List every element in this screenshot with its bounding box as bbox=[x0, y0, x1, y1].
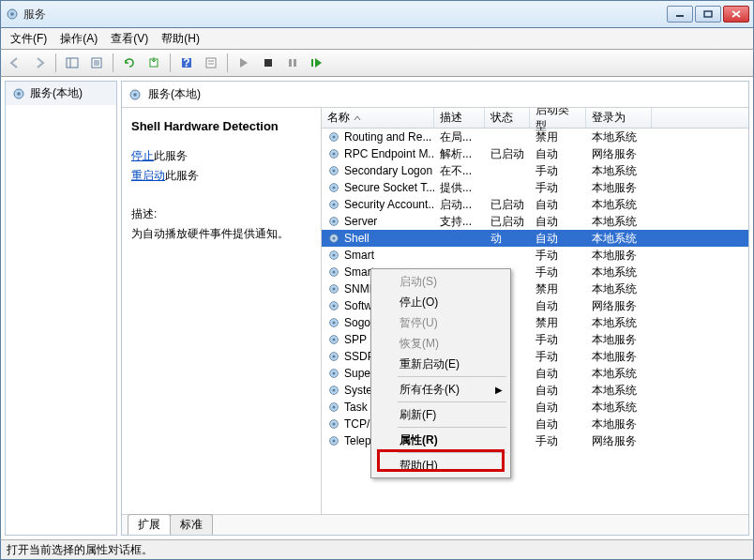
svg-rect-3 bbox=[704, 11, 712, 17]
col-startup-type[interactable]: 启动类型 bbox=[530, 108, 586, 128]
toolbar: ? bbox=[0, 49, 754, 77]
back-button[interactable] bbox=[5, 53, 25, 73]
ctx-stop[interactable]: 停止(O) bbox=[373, 292, 508, 312]
tree-pane: 服务(本地) bbox=[5, 81, 117, 536]
restart-link[interactable]: 重启动 bbox=[131, 169, 165, 182]
col-name[interactable]: 名称 bbox=[322, 108, 434, 128]
svg-point-29 bbox=[332, 152, 335, 155]
menu-help[interactable]: 帮助(H) bbox=[156, 29, 205, 49]
svg-point-55 bbox=[332, 371, 335, 374]
refresh-button[interactable] bbox=[119, 53, 140, 73]
menu-action[interactable]: 操作(A) bbox=[54, 29, 103, 49]
svg-point-1 bbox=[10, 12, 14, 16]
svg-text:?: ? bbox=[183, 56, 189, 69]
table-row[interactable]: RPC Endpoint M...解析...已启动自动网络服务 bbox=[322, 145, 748, 162]
col-description[interactable]: 描述 bbox=[434, 108, 485, 128]
gear-icon bbox=[11, 86, 26, 101]
ctx-refresh[interactable]: 刷新(F) bbox=[373, 404, 508, 425]
svg-point-45 bbox=[332, 287, 335, 290]
svg-point-53 bbox=[332, 355, 335, 357]
restart-service-button[interactable] bbox=[307, 53, 327, 73]
menu-bar: 文件(F) 操作(A) 查看(V) 帮助(H) bbox=[0, 28, 754, 49]
table-row[interactable]: Routing and Re...在局...禁用本地系统 bbox=[322, 129, 748, 145]
svg-point-47 bbox=[332, 304, 335, 307]
svg-point-23 bbox=[17, 92, 21, 96]
tab-standard[interactable]: 标准 bbox=[170, 514, 213, 535]
close-button[interactable] bbox=[723, 6, 749, 23]
context-menu: 启动(S) 停止(O) 暂停(U) 恢复(M) 重新启动(E) 所有任务(K)▶… bbox=[370, 268, 511, 478]
forward-button[interactable] bbox=[29, 53, 50, 73]
ctx-pause[interactable]: 暂停(U) bbox=[373, 312, 508, 333]
svg-rect-18 bbox=[264, 59, 272, 67]
pause-service-button[interactable] bbox=[282, 53, 303, 73]
ctx-restart[interactable]: 重新启动(E) bbox=[373, 354, 508, 374]
svg-point-61 bbox=[332, 422, 335, 425]
window-title: 服务 bbox=[23, 7, 667, 23]
table-row[interactable]: Secondary Logon在不...手动本地系统 bbox=[322, 162, 748, 179]
menu-file[interactable]: 文件(F) bbox=[5, 29, 53, 49]
svg-point-49 bbox=[332, 321, 335, 324]
svg-point-59 bbox=[332, 405, 335, 408]
table-row[interactable]: Smart手动本地服务 bbox=[322, 247, 748, 264]
view-tabs: 扩展 标准 bbox=[122, 514, 748, 535]
svg-point-41 bbox=[332, 253, 335, 256]
ctx-start[interactable]: 启动(S) bbox=[373, 271, 508, 292]
stop-link[interactable]: 停止 bbox=[131, 149, 154, 162]
export-list-button[interactable] bbox=[86, 53, 107, 73]
svg-point-37 bbox=[332, 219, 335, 222]
gear-icon bbox=[128, 87, 143, 102]
svg-point-33 bbox=[332, 186, 335, 189]
svg-rect-19 bbox=[289, 59, 292, 67]
svg-point-43 bbox=[332, 270, 335, 273]
help-button[interactable]: ? bbox=[176, 53, 197, 73]
maximize-button[interactable] bbox=[695, 6, 721, 23]
table-row[interactable]: Server支持...已启动自动本地系统 bbox=[322, 213, 748, 230]
stop-service-button[interactable] bbox=[258, 53, 279, 73]
tree-root-node[interactable]: 服务(本地) bbox=[6, 82, 116, 105]
menu-view[interactable]: 查看(V) bbox=[105, 29, 154, 49]
table-row[interactable]: Shell动自动本地系统 bbox=[322, 230, 748, 247]
app-icon bbox=[5, 7, 20, 22]
right-pane-header: 服务(本地) bbox=[122, 82, 748, 108]
svg-rect-6 bbox=[67, 58, 78, 68]
svg-rect-20 bbox=[294, 59, 296, 67]
right-pane-title: 服务(本地) bbox=[148, 86, 201, 102]
svg-point-35 bbox=[332, 203, 335, 205]
tab-extended[interactable]: 扩展 bbox=[128, 514, 171, 535]
col-logon-as[interactable]: 登录为 bbox=[586, 108, 652, 128]
properties-button[interactable] bbox=[201, 53, 221, 73]
svg-point-51 bbox=[332, 338, 335, 341]
ctx-properties[interactable]: 属性(R) bbox=[373, 430, 508, 450]
svg-point-63 bbox=[332, 439, 335, 442]
svg-rect-15 bbox=[206, 58, 216, 68]
status-text: 打开当前选择的属性对话框。 bbox=[7, 542, 153, 558]
ctx-resume[interactable]: 恢复(M) bbox=[373, 333, 508, 354]
description-label: 描述: bbox=[131, 206, 311, 222]
tree-root-label: 服务(本地) bbox=[30, 85, 83, 101]
svg-point-57 bbox=[332, 388, 335, 391]
minimize-button[interactable] bbox=[667, 6, 693, 23]
sort-asc-icon bbox=[354, 114, 361, 122]
list-header: 名称 描述 状态 启动类型 登录为 bbox=[322, 108, 748, 129]
detail-pane: Shell Hardware Detection 停止此服务 重启动此服务 描述… bbox=[122, 108, 321, 514]
status-bar: 打开当前选择的属性对话框。 bbox=[0, 539, 754, 560]
start-service-button[interactable] bbox=[234, 53, 254, 73]
svg-point-25 bbox=[133, 93, 137, 97]
col-status[interactable]: 状态 bbox=[485, 108, 530, 128]
svg-point-27 bbox=[332, 135, 335, 138]
service-name: Shell Hardware Detection bbox=[131, 119, 311, 133]
svg-rect-21 bbox=[311, 59, 313, 67]
table-row[interactable]: Secure Socket T...提供...手动本地服务 bbox=[322, 179, 748, 196]
ctx-all-tasks[interactable]: 所有任务(K)▶ bbox=[373, 379, 508, 400]
submenu-arrow-icon: ▶ bbox=[495, 385, 503, 395]
table-row[interactable]: Security Account...启动...已启动自动本地系统 bbox=[322, 196, 748, 213]
svg-point-39 bbox=[332, 236, 335, 239]
ctx-help[interactable]: 帮助(H) bbox=[373, 455, 508, 476]
description-text: 为自动播放硬件事件提供通知。 bbox=[131, 226, 311, 242]
svg-point-31 bbox=[332, 169, 335, 172]
export-button[interactable] bbox=[143, 53, 164, 73]
show-hide-tree-button[interactable] bbox=[62, 53, 83, 73]
title-bar: 服务 bbox=[0, 0, 754, 28]
